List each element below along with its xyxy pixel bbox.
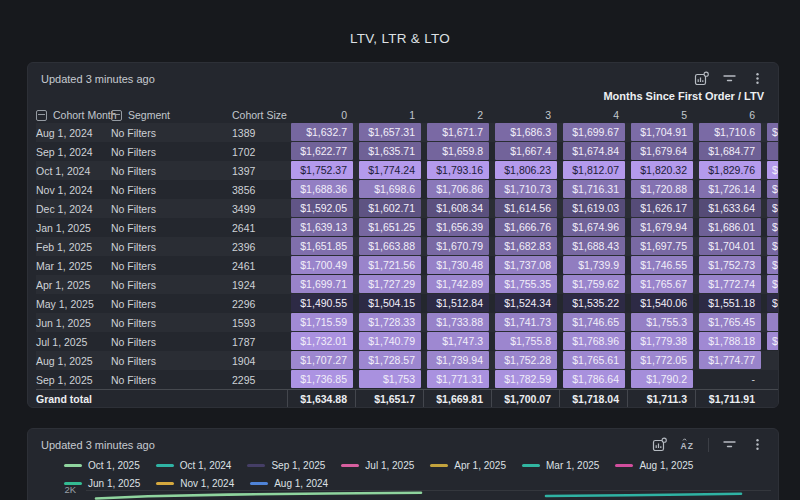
value-cell[interactable]: $1,755.3 — [631, 313, 693, 331]
value-cell[interactable]: $1,622.77 — [291, 142, 353, 160]
value-cell[interactable]: $1,639.13 — [291, 218, 353, 236]
value-cell[interactable]: $1,706.86 — [427, 180, 489, 198]
value-cell[interactable]: $1,774.24 — [359, 161, 421, 179]
value-cell[interactable]: $1,651.85 — [291, 237, 353, 255]
value-cell[interactable]: $1,716.31 — [563, 180, 625, 198]
value-cell[interactable]: $1,746.55 — [631, 256, 693, 274]
value-cell-clipped[interactable]: $ — [767, 123, 779, 141]
value-cell-clipped[interactable]: $ — [767, 237, 779, 255]
value-cell[interactable]: $1,699.71 — [291, 275, 353, 293]
value-cell[interactable]: $1,768.96 — [563, 332, 625, 350]
value-cell[interactable]: $1,688.36 — [291, 180, 353, 198]
value-cell[interactable]: $1,720.88 — [631, 180, 693, 198]
value-cell[interactable]: $1,730.48 — [427, 256, 489, 274]
value-cell[interactable]: $1,772.74 — [699, 275, 761, 293]
legend-item[interactable]: Oct 1, 2025 — [64, 458, 140, 472]
value-cell[interactable]: $1,656.39 — [427, 218, 489, 236]
value-cell[interactable]: $1,755.8 — [495, 332, 557, 350]
value-cell[interactable]: $1,733.88 — [427, 313, 489, 331]
value-cell[interactable]: $1,752.28 — [495, 351, 557, 369]
value-cell[interactable]: $1,663.88 — [359, 237, 421, 255]
value-cell[interactable]: $1,490.55 — [291, 294, 353, 312]
filter-icon[interactable] — [722, 71, 737, 86]
value-cell[interactable]: $1,740.79 — [359, 332, 421, 350]
value-cell[interactable]: $1,592.05 — [291, 199, 353, 217]
sort-az-icon[interactable]: A Z — [680, 437, 695, 452]
value-cell[interactable]: $1,771.31 — [427, 370, 489, 388]
value-cell[interactable]: $1,741.73 — [495, 313, 557, 331]
value-cell-clipped[interactable]: $ — [767, 275, 779, 293]
value-cell[interactable]: $1,671.7 — [427, 123, 489, 141]
value-cell[interactable]: $1,657.31 — [359, 123, 421, 141]
value-cell[interactable]: $1,806.23 — [495, 161, 557, 179]
value-cell[interactable]: $1,728.33 — [359, 313, 421, 331]
value-cell[interactable]: $1,667.4 — [495, 142, 557, 160]
value-cell[interactable]: $1,788.18 — [699, 332, 761, 350]
value-cell[interactable]: $1,504.15 — [359, 294, 421, 312]
value-cell[interactable]: $1,736.85 — [291, 370, 353, 388]
value-cell[interactable]: $1,752.37 — [291, 161, 353, 179]
value-cell-clipped[interactable]: $ — [767, 161, 779, 179]
value-cell[interactable]: $1,721.56 — [359, 256, 421, 274]
value-cell[interactable]: $1,608.34 — [427, 199, 489, 217]
value-cell[interactable]: $1,779.38 — [631, 332, 693, 350]
legend-item[interactable]: Nov 1, 2024 — [156, 476, 234, 490]
chart-icon[interactable] — [694, 71, 709, 86]
filter-icon[interactable] — [722, 437, 737, 452]
kebab-menu-icon[interactable] — [750, 437, 765, 452]
value-cell[interactable]: $1,786.64 — [563, 370, 625, 388]
value-cell[interactable]: $1,742.89 — [427, 275, 489, 293]
value-cell[interactable]: $1,540.06 — [631, 294, 693, 312]
value-cell[interactable]: $1,710.6 — [699, 123, 761, 141]
value-cell-clipped[interactable] — [767, 142, 779, 160]
value-cell[interactable]: $1,727.29 — [359, 275, 421, 293]
value-cell[interactable]: $1,659.8 — [427, 142, 489, 160]
value-cell[interactable]: $1,739.9 — [563, 256, 625, 274]
collapse-cohort-month-button[interactable] — [36, 110, 47, 121]
value-cell[interactable]: $1,679.64 — [631, 142, 693, 160]
value-cell[interactable]: $1,753 — [359, 370, 421, 388]
value-cell[interactable]: $1,739.94 — [427, 351, 489, 369]
value-cell[interactable]: $1,684.77 — [699, 142, 761, 160]
value-cell-clipped[interactable]: $ — [767, 199, 779, 217]
value-cell[interactable]: $1,772.05 — [631, 351, 693, 369]
collapse-segment-button[interactable] — [111, 110, 122, 121]
value-cell[interactable]: $1,512.84 — [427, 294, 489, 312]
value-cell-clipped[interactable] — [767, 313, 779, 331]
value-cell[interactable]: $1,782.59 — [495, 370, 557, 388]
value-cell[interactable]: $1,670.79 — [427, 237, 489, 255]
legend-item[interactable]: Aug 1, 2025 — [615, 458, 693, 472]
value-cell[interactable]: $1,697.75 — [631, 237, 693, 255]
chart-icon[interactable] — [652, 437, 667, 452]
value-cell-clipped[interactable]: $ — [767, 294, 779, 312]
legend-item[interactable]: Aug 1, 2024 — [250, 476, 328, 490]
value-cell-clipped[interactable]: $ — [767, 256, 779, 274]
value-cell[interactable]: $1,688.43 — [563, 237, 625, 255]
legend-item[interactable]: Sep 1, 2025 — [247, 458, 325, 472]
value-cell[interactable]: $1,747.3 — [427, 332, 489, 350]
value-cell[interactable]: $1,704.01 — [699, 237, 761, 255]
value-cell[interactable]: $1,774.77 — [699, 351, 761, 369]
value-cell[interactable]: $1,698.6 — [359, 180, 421, 198]
value-cell[interactable]: $1,633.64 — [699, 199, 761, 217]
legend-item[interactable]: Oct 1, 2024 — [156, 458, 232, 472]
value-cell[interactable]: $1,765.45 — [699, 313, 761, 331]
value-cell[interactable]: $1,635.71 — [359, 142, 421, 160]
value-cell[interactable]: $1,752.73 — [699, 256, 761, 274]
value-cell[interactable]: $1,632.7 — [291, 123, 353, 141]
value-cell[interactable]: $1,765.67 — [631, 275, 693, 293]
value-cell[interactable]: $1,699.67 — [563, 123, 625, 141]
value-cell[interactable]: $1,793.16 — [427, 161, 489, 179]
value-cell[interactable]: $1,715.59 — [291, 313, 353, 331]
value-cell[interactable]: $1,728.57 — [359, 351, 421, 369]
value-cell[interactable]: $1,674.84 — [563, 142, 625, 160]
value-cell[interactable]: $1,551.18 — [699, 294, 761, 312]
value-cell[interactable]: $1,704.91 — [631, 123, 693, 141]
value-cell[interactable]: $1,812.07 — [563, 161, 625, 179]
value-cell[interactable]: $1,651.25 — [359, 218, 421, 236]
value-cell[interactable]: $1,666.76 — [495, 218, 557, 236]
value-cell[interactable]: $1,602.71 — [359, 199, 421, 217]
value-cell[interactable]: $1,614.56 — [495, 199, 557, 217]
value-cell[interactable]: $1,790.2 — [631, 370, 693, 388]
legend-item[interactable]: Mar 1, 2025 — [522, 458, 599, 472]
